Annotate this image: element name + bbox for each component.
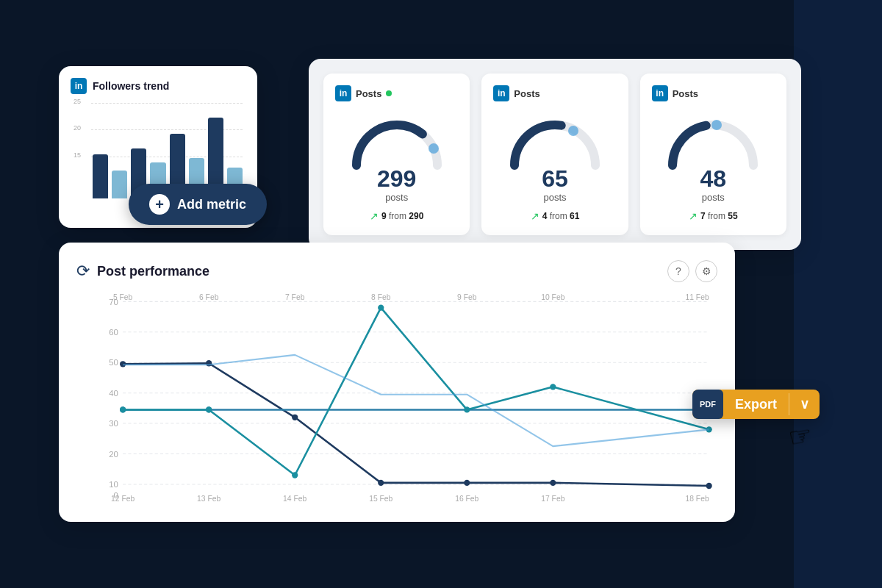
stat-change-3: 7 from 55	[700, 211, 738, 221]
gauge-stat-3: ↗ 7 from 55	[689, 210, 738, 222]
svg-text:6 Feb: 6 Feb	[199, 294, 219, 301]
svg-text:60: 60	[109, 328, 118, 337]
svg-text:17 Feb: 17 Feb	[541, 495, 564, 503]
svg-text:20: 20	[109, 450, 118, 459]
gauge-number-1: 299	[377, 167, 416, 190]
up-arrow-3: ↗	[689, 210, 698, 222]
followers-title: Followers trend	[93, 80, 169, 92]
svg-text:10 Feb: 10 Feb	[541, 294, 564, 301]
settings-button[interactable]: ⚙	[695, 260, 717, 282]
svg-point-36	[464, 480, 470, 486]
posts-card-1-header: in Posts	[335, 85, 458, 101]
stat-change-1: 9 from 290	[381, 211, 423, 221]
performance-chart: 70 60 50 40 30 20 10 0 5 Feb 6 Feb 7 Feb…	[76, 294, 717, 507]
help-button[interactable]: ?	[667, 260, 689, 282]
svg-text:13 Feb: 13 Feb	[197, 495, 220, 503]
gauge-number-2: 65	[542, 167, 568, 190]
svg-point-43	[206, 406, 212, 412]
svg-point-38	[706, 483, 712, 489]
posts-label-3: Posts	[673, 88, 698, 99]
svg-text:12 Feb: 12 Feb	[111, 495, 135, 503]
perf-title-wrap: ⟳ Post performance	[76, 262, 209, 281]
posts-dot-1	[386, 90, 392, 96]
linkedin-icon: in	[71, 78, 87, 94]
bar-2	[112, 171, 127, 199]
svg-point-35	[378, 480, 384, 486]
svg-point-44	[292, 472, 298, 478]
svg-text:15 Feb: 15 Feb	[369, 495, 392, 503]
followers-card-header: in Followers trend	[71, 78, 245, 94]
add-metric-button[interactable]: + Add metric	[129, 184, 267, 225]
posts-card-2: in Posts 65 posts ↗ 4 from 61	[481, 74, 628, 235]
gauge-2: 65 posts ↗ 4 from 61	[493, 110, 616, 222]
svg-text:30: 30	[109, 419, 118, 428]
svg-point-42	[120, 406, 126, 412]
perf-title: Post performance	[97, 264, 209, 279]
gauge-3: 48 posts ↗ 7 from 55	[652, 110, 775, 222]
performance-card: ⟳ Post performance ? ⚙ 70 60 50	[59, 243, 735, 522]
svg-point-46	[464, 406, 470, 412]
scene: in Followers trend 25 20 15	[0, 0, 882, 588]
svg-point-34	[292, 415, 298, 420]
linkedin-icon-3: in	[652, 85, 668, 101]
svg-text:50: 50	[109, 358, 118, 367]
svg-text:8 Feb: 8 Feb	[371, 294, 391, 301]
chart-area: 70 60 50 40 30 20 10 0 5 Feb 6 Feb 7 Feb…	[76, 294, 717, 507]
svg-text:9 Feb: 9 Feb	[457, 294, 477, 301]
gauge-svg-2	[503, 110, 606, 173]
svg-point-1	[568, 126, 578, 136]
svg-text:40: 40	[109, 389, 118, 398]
svg-point-45	[378, 305, 384, 311]
svg-text:18 Feb: 18 Feb	[685, 495, 709, 503]
bar-1	[93, 154, 108, 199]
svg-text:16 Feb: 16 Feb	[455, 495, 478, 503]
gauge-svg-1	[345, 110, 448, 173]
linkedin-icon-1: in	[335, 85, 351, 101]
svg-point-47	[550, 384, 556, 390]
export-label: Export	[723, 397, 789, 412]
posts-panel: in Posts 299 posts ↗	[309, 59, 801, 250]
posts-card-2-header: in Posts	[493, 85, 616, 101]
gauge-1: 299 posts ↗ 9 from 290	[335, 110, 458, 222]
svg-point-0	[429, 143, 439, 154]
svg-point-37	[550, 480, 556, 486]
bg-right	[794, 0, 882, 588]
perf-icon: ⟳	[76, 262, 90, 281]
gauge-unit-1: posts	[385, 192, 408, 203]
perf-header: ⟳ Post performance ? ⚙	[76, 260, 717, 282]
svg-text:14 Feb: 14 Feb	[283, 495, 306, 503]
posts-label-1: Posts	[356, 88, 381, 99]
gauge-number-3: 48	[700, 167, 727, 190]
posts-card-3-header: in Posts	[652, 85, 775, 101]
chevron-down-icon[interactable]: ∨	[789, 396, 820, 412]
plus-icon: +	[149, 194, 170, 215]
gauge-unit-2: posts	[543, 192, 566, 203]
gauge-stat-1: ↗ 9 from 290	[370, 210, 423, 222]
posts-card-3: in Posts 48 posts ↗ 7 from 55	[640, 74, 786, 235]
up-arrow-2: ↗	[531, 210, 539, 222]
svg-text:10: 10	[109, 480, 118, 489]
posts-card-1: in Posts 299 posts ↗	[323, 74, 470, 235]
up-arrow-1: ↗	[370, 210, 379, 222]
svg-text:11 Feb: 11 Feb	[685, 294, 709, 301]
svg-point-2	[711, 120, 722, 130]
export-button[interactable]: PDF Export ∨	[692, 390, 820, 419]
posts-label-2: Posts	[514, 88, 539, 99]
gauge-unit-3: posts	[702, 192, 725, 203]
perf-actions: ? ⚙	[667, 260, 717, 282]
gauge-stat-2: ↗ 4 from 61	[531, 210, 580, 222]
svg-text:7 Feb: 7 Feb	[285, 294, 305, 301]
svg-point-32	[120, 361, 126, 367]
linkedin-icon-2: in	[493, 85, 509, 101]
pdf-badge: PDF	[692, 390, 723, 419]
stat-change-2: 4 from 61	[542, 211, 580, 221]
svg-text:5 Feb: 5 Feb	[113, 294, 133, 301]
gauge-svg-3	[662, 110, 764, 173]
add-metric-label: Add metric	[177, 197, 246, 212]
